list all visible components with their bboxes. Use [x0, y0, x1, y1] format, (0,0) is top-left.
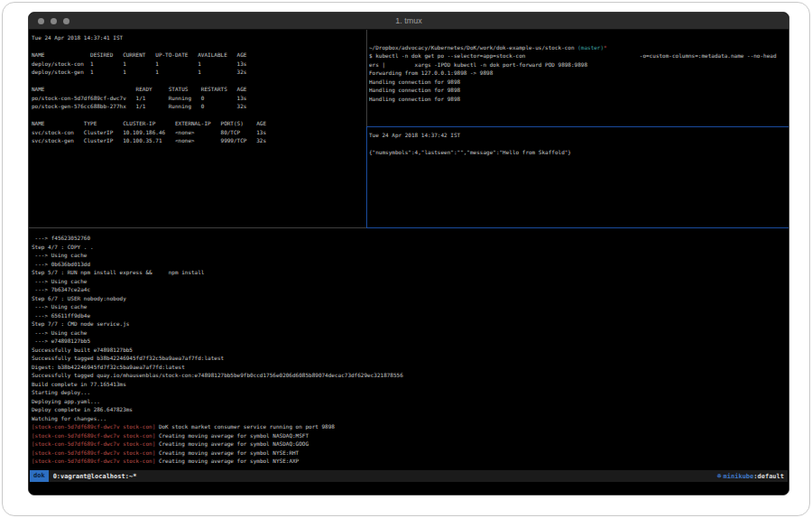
terminal-line: Successfully tagged b38b42246945fd7f32c5… — [32, 354, 788, 363]
terminal-line: deploy/stock-gen 1 1 1 1 32s — [32, 68, 365, 77]
pane-border-vertical-active[interactable] — [366, 126, 367, 227]
terminal-line: Deploying app.yaml... — [32, 397, 788, 406]
terminal-line: po/stock-gen-576cc688bb-277hx 1/1 Runnin… — [32, 102, 365, 111]
window-tab-label[interactable]: 0:vagrant@localhost:~* — [49, 473, 137, 480]
pane-build-log[interactable]: ---> f45623052760Step 4/7 : COPY . . ---… — [32, 234, 788, 468]
pane-border-horizontal-inactive-left[interactable] — [29, 227, 366, 228]
terminal-line: ~/Dropbox/advocacy/Kubernetes/DoK/work/d… — [369, 43, 788, 52]
window-title: 1. tmux — [29, 13, 789, 30]
pane-border-horizontal-active-right[interactable] — [367, 126, 789, 127]
terminal-line: Handling connection for 9898 — [369, 95, 788, 104]
screenshot-frame: 1. tmux Tue 24 Apr 2018 14:37:41 ISTNAME… — [2, 2, 810, 516]
kube-namespace-label: :default — [753, 473, 784, 480]
terminal-line: $ kubectl -n dok get po --selector=app=s… — [369, 51, 788, 60]
terminal-line: Watching for changes... — [32, 414, 788, 423]
terminal-line: {"numsymbols":4,"lastseen":"","message":… — [369, 148, 788, 157]
terminal-line: NAME DESIRED CURRENT UP-TO-DATE AVAILABL… — [32, 51, 365, 60]
terminal-line: ---> 0b636bd013dd — [32, 260, 788, 269]
terminal-line: Successfully tagged quay.io/mhausenblas/… — [32, 371, 788, 380]
window-titlebar[interactable]: 1. tmux — [29, 13, 789, 30]
terminal-line — [32, 42, 365, 51]
terminal-line: Step 6/7 : USER nobody:nobody — [32, 294, 788, 303]
terminal-line: Step 7/7 : CMD node service.js — [32, 319, 788, 328]
terminal-line: po/stock-con-5d7df689cf-dwc7v 1/1 Runnin… — [32, 94, 365, 103]
terminal-line: Digest: b38b42246945fd7f32c5ba9aea7af7fd… — [32, 363, 788, 372]
terminal-line: ---> Using cache — [32, 302, 788, 311]
terminal-line: [stock-con-5d7df689cf-dwc7v stock-con] D… — [32, 422, 788, 431]
terminal-line: ---> 7b6347ce2a4c — [32, 285, 788, 294]
terminal-line: ---> Using cache — [32, 328, 788, 338]
terminal-line: Starting deploy... — [32, 388, 788, 397]
pane-skaffold-probe[interactable]: Tue 24 Apr 2018 14:37:42 IST{"numsymbols… — [369, 131, 788, 227]
terminal-line: svc/stock-gen ClusterIP 10.100.35.71 <no… — [32, 136, 365, 145]
terminal-line: ---> 65611ff9db4e — [32, 311, 788, 320]
pane-border-vertical-inactive[interactable] — [366, 30, 367, 126]
tmux-status-bar: dok 0:vagrant@localhost:~* ☸ minikube :d… — [30, 470, 788, 482]
terminal-line: [stock-con-5d7df689cf-dwc7v stock-con] C… — [32, 431, 788, 440]
terminal-window: 1. tmux Tue 24 Apr 2018 14:37:41 ISTNAME… — [28, 12, 789, 495]
session-name-badge[interactable]: dok — [30, 470, 49, 482]
terminal-line: Handling connection for 9898 — [369, 78, 788, 87]
kube-context-label: minikube — [724, 473, 754, 480]
terminal-line: Build complete in 77.165413ms — [32, 380, 788, 389]
terminal-line: Tue 24 Apr 2018 14:37:42 IST — [369, 131, 788, 140]
terminal-line: NAME READY STATUS RESTARTS AGE — [32, 85, 365, 94]
terminal-line: Step 5/7 : RUN npm install express && np… — [32, 268, 788, 277]
pane-border-horizontal-active-main[interactable] — [366, 227, 789, 228]
terminal-line: Step 4/7 : COPY . . — [32, 243, 788, 252]
pane-kubectl-overview[interactable]: Tue 24 Apr 2018 14:37:41 ISTNAME DESIRED… — [32, 33, 365, 227]
terminal-line: ---> e74898127bb5 — [32, 337, 788, 346]
terminal-line: NAME TYPE CLUSTER-IP EXTERNAL-IP PORT(S)… — [32, 119, 365, 128]
pane-port-forward[interactable]: ~/Dropbox/advocacy/Kubernetes/DoK/work/d… — [369, 34, 788, 125]
terminal-line: Deploy complete in 286.647823ms — [32, 405, 788, 414]
terminal-line — [32, 111, 365, 120]
terminal-line — [32, 77, 365, 86]
terminal-line: Forwarding from 127.0.0.1:9898 -> 9898 — [369, 69, 788, 78]
kubernetes-wheel-icon: ☸ — [717, 472, 724, 480]
terminal-line: [stock-con-5d7df689cf-dwc7v stock-con] C… — [32, 449, 788, 458]
terminal-line: Successfully built e74898127bb5 — [32, 346, 788, 355]
terminal-line: Tue 24 Apr 2018 14:37:41 IST — [32, 33, 365, 42]
terminal-line: svc/stock-con ClusterIP 10.109.186.46 <n… — [32, 128, 365, 137]
terminal-line: ---> Using cache — [32, 251, 788, 260]
terminal-line: Handling connection for 9898 — [369, 86, 788, 95]
terminal-line: ---> f45623052760 — [32, 234, 788, 243]
terminal-line: [stock-con-5d7df689cf-dwc7v stock-con] C… — [32, 457, 788, 466]
terminal-line — [369, 140, 788, 149]
tmux-session: Tue 24 Apr 2018 14:37:41 ISTNAME DESIRED… — [29, 30, 789, 495]
terminal-line — [369, 34, 788, 43]
terminal-line: ers | xargs -IPOD kubectl -n dok port-fo… — [369, 60, 788, 69]
terminal-line: [stock-con-5d7df689cf-dwc7v stock-con] C… — [32, 439, 788, 449]
terminal-line: deploy/stock-con 1 1 1 1 13s — [32, 60, 365, 69]
terminal-line: ---> Using cache — [32, 277, 788, 286]
status-right-section: ☸ minikube :default — [717, 472, 788, 480]
